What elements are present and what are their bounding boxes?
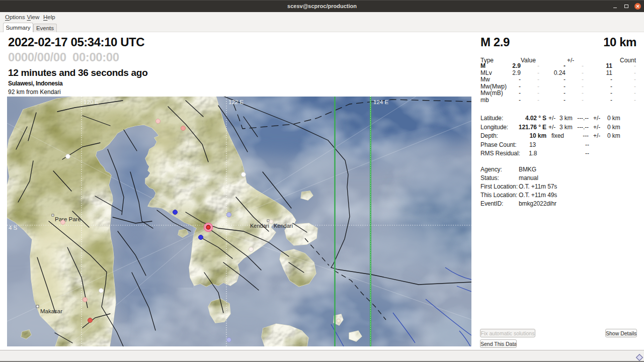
svg-text:Kendari: Kendari — [250, 223, 269, 229]
svg-text:122 E: 122 E — [228, 99, 244, 105]
svg-text:Pare Pare: Pare Pare — [55, 216, 81, 222]
svg-text:4 S: 4 S — [9, 225, 18, 231]
svg-text:Kendari: Kendari — [274, 223, 293, 229]
svg-text:120 E: 120 E — [84, 99, 99, 105]
svg-text:Makasar: Makasar — [40, 308, 62, 314]
svg-text:124 E: 124 E — [373, 99, 388, 105]
